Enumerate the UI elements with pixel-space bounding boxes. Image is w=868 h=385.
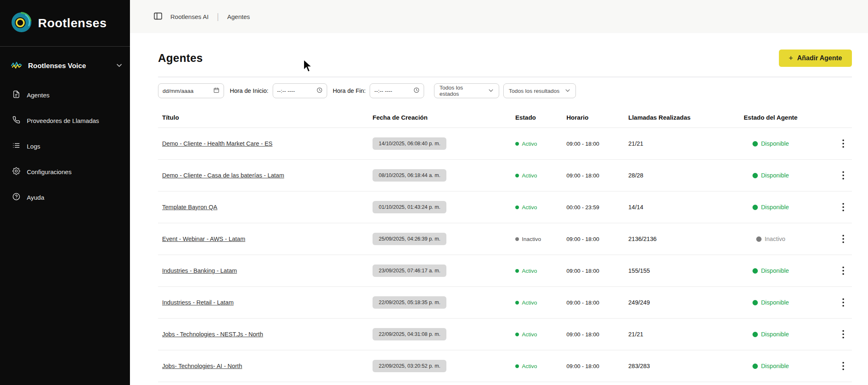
agent-title-link[interactable]: Jobs- Technologies- AI - North xyxy=(162,363,242,369)
page-title: Agentes xyxy=(158,52,203,65)
sidebar-item-ayuda[interactable]: Ayuda xyxy=(0,184,130,210)
start-time-input[interactable]: --:-- ---- xyxy=(273,83,327,98)
creation-date-badge: 08/10/2025, 06:18:44 a. m. xyxy=(373,169,446,182)
status-dot-icon xyxy=(515,205,519,209)
calls-count-value: 14/14 xyxy=(620,204,723,210)
end-time-label: Hora de Fin: xyxy=(333,87,366,94)
kebab-menu-icon[interactable] xyxy=(840,359,847,373)
chevron-down-icon xyxy=(565,87,571,94)
agent-title-link[interactable]: Template Bayron QA xyxy=(162,204,217,210)
end-time-value: --:-- ---- xyxy=(374,88,392,94)
status-filter-select[interactable]: Todos los estados xyxy=(434,83,499,98)
schedule-value: 09:00 - 18:00 xyxy=(562,172,620,179)
sidebar-section-label: Rootlenses Voice xyxy=(28,62,110,70)
creation-date-badge: 22/09/2025, 05:18:35 p. m. xyxy=(373,296,446,309)
agent-status-dot-icon xyxy=(752,173,758,178)
creation-date-badge: 01/10/2025, 01:43:24 p. m. xyxy=(373,201,446,213)
sidebar-toggle-icon[interactable] xyxy=(153,11,163,22)
breadcrumb-separator: | xyxy=(216,12,220,21)
calls-count-value: 28/28 xyxy=(620,172,723,179)
sidebar-item-label: Proveedores de Llamadas xyxy=(27,117,99,124)
kebab-menu-icon[interactable] xyxy=(840,137,847,150)
results-filter-select[interactable]: Todos los resultados xyxy=(503,83,576,98)
results-filter-value: Todos los resultados xyxy=(509,88,559,94)
kebab-menu-icon[interactable] xyxy=(840,169,847,182)
agent-title-link[interactable]: Industries - Banking - Latam xyxy=(162,267,237,274)
waveform-icon xyxy=(11,59,22,73)
brand-name: Rootlenses xyxy=(38,16,107,30)
calls-count-value: 155/155 xyxy=(620,267,723,274)
column-header-horario: Horario xyxy=(562,114,620,121)
status-label: Activo xyxy=(522,300,537,306)
table-header-row: Título Fecha de Creación Estado Horario … xyxy=(158,107,852,128)
agent-status-label: Inactivo xyxy=(765,236,785,242)
sidebar-section-voice[interactable]: Rootlenses Voice xyxy=(11,57,123,76)
kebab-menu-icon[interactable] xyxy=(840,201,847,214)
logo: Rootlenses xyxy=(0,0,130,47)
agent-status-label: Disponible xyxy=(761,267,789,274)
agent-status-dot-icon xyxy=(752,300,758,305)
sidebar-item-label: Configuraciones xyxy=(27,168,71,175)
status-dot-icon xyxy=(515,142,519,146)
end-time-input[interactable]: --:-- ---- xyxy=(370,83,424,98)
agent-status-label: Disponible xyxy=(761,172,789,179)
schedule-value: 00:00 - 23:59 xyxy=(562,204,620,210)
kebab-menu-icon[interactable] xyxy=(840,232,847,246)
schedule-value: 09:00 - 18:00 xyxy=(562,363,620,369)
sidebar-item-label: Agentes xyxy=(27,92,50,99)
agent-title-link[interactable]: Event - Webinar - AWS - Latam xyxy=(162,236,245,242)
chevron-down-icon[interactable] xyxy=(116,62,123,70)
schedule-value: 09:00 - 18:00 xyxy=(562,236,620,242)
status-dot-icon xyxy=(515,269,519,273)
list-icon xyxy=(12,142,20,151)
agent-title-link[interactable]: Demo - Cliente - Casa de las baterías - … xyxy=(162,172,284,179)
schedule-value: 09:00 - 18:00 xyxy=(562,268,620,274)
agent-status-dot-icon xyxy=(752,141,758,146)
sidebar-item-logs[interactable]: Logs xyxy=(0,133,130,159)
help-icon xyxy=(12,193,20,202)
agent-status-dot-icon xyxy=(752,268,758,274)
column-header-estado-agente: Estado del Agente xyxy=(723,114,818,121)
status-label: Activo xyxy=(522,268,537,274)
schedule-value: 09:00 - 18:00 xyxy=(562,300,620,306)
sidebar-item-label: Logs xyxy=(27,143,40,150)
agent-title-link[interactable]: Demo - Cliente - Health Market Care - ES xyxy=(162,140,273,147)
sidebar: Rootlenses Rootlenses Voice Agentes xyxy=(0,0,130,385)
chevron-down-icon xyxy=(488,87,494,94)
agent-title-link[interactable]: Industriess - Retail - Latam xyxy=(162,299,234,306)
agent-status-label: Disponible xyxy=(761,140,789,147)
schedule-value: 09:00 - 18:00 xyxy=(562,331,620,338)
clock-icon[interactable] xyxy=(316,87,323,94)
kebab-menu-icon[interactable] xyxy=(840,264,847,277)
creation-date-badge: 22/09/2025, 04:31:08 p. m. xyxy=(373,328,446,340)
sidebar-item-agentes[interactable]: Agentes xyxy=(0,82,130,108)
sidebar-item-label: Ayuda xyxy=(27,194,44,201)
table-row: Demo - Cliente - Casa de las baterías - … xyxy=(158,160,852,191)
status-dot-icon xyxy=(515,237,519,241)
status-label: Activo xyxy=(522,141,537,147)
breadcrumb: Rootlenses AI | Agentes xyxy=(130,0,868,33)
date-input[interactable]: dd/mm/aaaa xyxy=(158,83,224,98)
add-agent-button[interactable]: + Añadir Agente xyxy=(779,50,852,67)
agent-title-link[interactable]: Jobs - Technologies - NEST.Js - North xyxy=(162,331,263,338)
agent-status-label: Disponible xyxy=(761,204,789,210)
sidebar-item-configuraciones[interactable]: Configuraciones xyxy=(0,159,130,184)
main-area: Rootlenses AI | Agentes Agentes + Añadir… xyxy=(130,0,868,385)
calendar-icon[interactable] xyxy=(213,87,219,94)
agent-status-dot-icon xyxy=(752,205,758,210)
agent-status-label: Disponible xyxy=(761,331,789,338)
sidebar-item-proveedores[interactable]: Proveedores de Llamadas xyxy=(0,108,130,133)
table-row: Jobs - Technologies - NEST.Js - North22/… xyxy=(158,319,852,350)
add-agent-label: Añadir Agente xyxy=(797,54,842,62)
sidebar-menu: Agentes Proveedores de Llamadas Logs xyxy=(0,82,130,210)
kebab-menu-icon[interactable] xyxy=(840,296,847,309)
table-row: Industries - Banking - Latam23/09/2025, … xyxy=(158,255,852,287)
breadcrumb-page[interactable]: Agentes xyxy=(227,13,250,20)
breadcrumb-app[interactable]: Rootlenses AI xyxy=(170,13,209,20)
agent-status-dot-icon xyxy=(756,236,762,242)
table-row: Jobs- Technologies- AI - North22/09/2025… xyxy=(158,350,852,382)
table-body: Demo - Cliente - Health Market Care - ES… xyxy=(158,128,852,382)
kebab-menu-icon[interactable] xyxy=(840,328,847,341)
creation-date-badge: 22/09/2025, 03:20:52 p. m. xyxy=(373,360,446,372)
clock-icon[interactable] xyxy=(413,87,420,94)
